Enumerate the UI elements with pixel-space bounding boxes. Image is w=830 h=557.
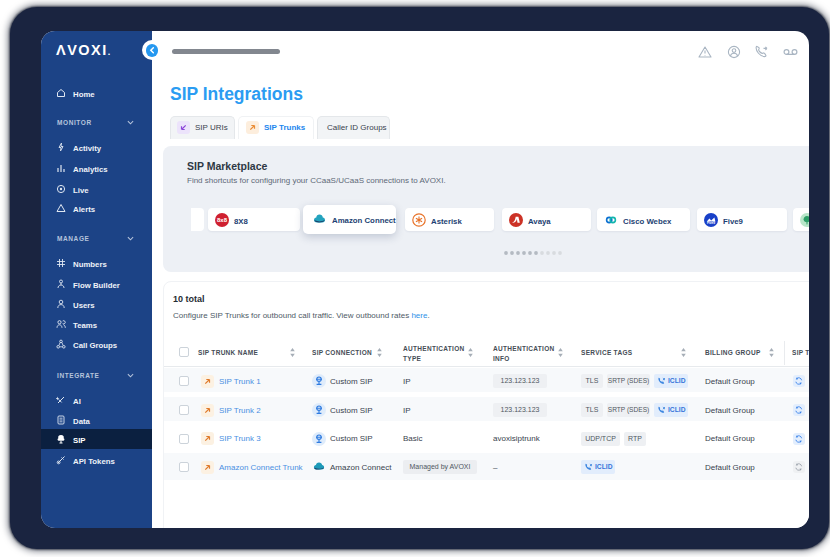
svg-text:8x8: 8x8 (217, 217, 228, 223)
svg-text:Five9: Five9 (707, 220, 715, 224)
